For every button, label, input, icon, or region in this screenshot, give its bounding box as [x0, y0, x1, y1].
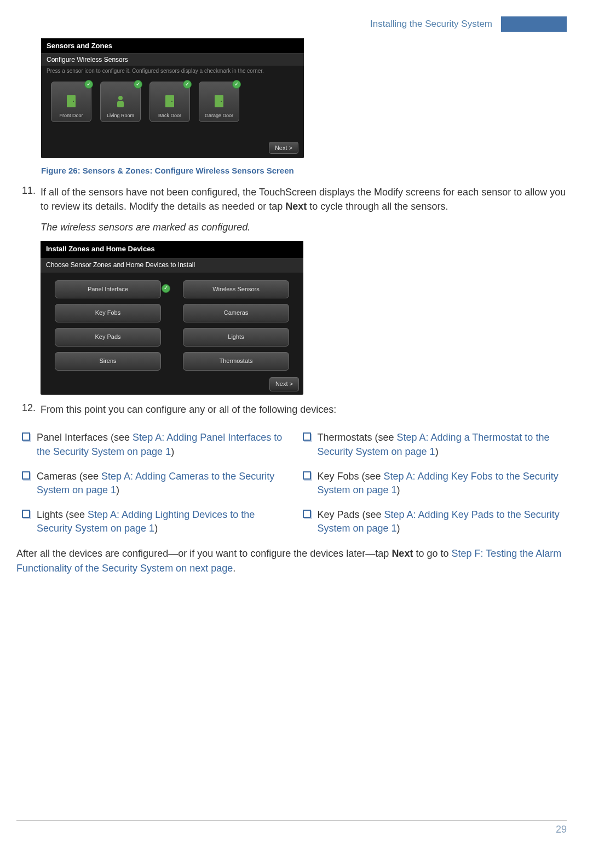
- device-label: Wireless Sensors: [212, 286, 260, 292]
- sensor-front-door[interactable]: ✓ Front Door: [51, 82, 91, 122]
- door-icon: [163, 93, 177, 109]
- sensor-row: ✓ Front Door ✓ Living Room ✓ Back Door ✓…: [51, 82, 294, 122]
- check-tail: ): [397, 523, 400, 534]
- device-wireless-sensors[interactable]: Wireless Sensors: [183, 280, 289, 299]
- check-key-fobs: Key Fobs (see Step A: Adding Key Fobs to…: [303, 470, 567, 497]
- step-number: 12.: [22, 402, 41, 423]
- step-11: 11. If all of the sensors have not been …: [22, 185, 567, 395]
- checkbox-icon: [303, 510, 311, 518]
- next-button[interactable]: Next >: [269, 142, 298, 154]
- device-label: Key Fobs: [95, 309, 120, 316]
- check-key-pads: Key Pads (see Step A: Adding Key Pads to…: [303, 508, 567, 535]
- ss2-title: Install Zones and Home Devices: [41, 241, 303, 258]
- device-cameras[interactable]: Cameras: [183, 304, 289, 322]
- checkbox-icon: [22, 432, 30, 441]
- device-key-pads[interactable]: Key Pads: [55, 328, 161, 347]
- checkbox-icon: [303, 432, 311, 441]
- device-key-fobs[interactable]: Key Fobs: [55, 304, 161, 322]
- checkbox-icon: [22, 510, 30, 518]
- page-header: Installing the Security System: [16, 16, 567, 32]
- figure-caption: Figure 26: Sensors & Zones: Configure Wi…: [41, 166, 567, 175]
- after-c: to go to: [413, 548, 451, 559]
- after-a: After all the devices are configured—or …: [16, 548, 392, 559]
- next-button[interactable]: Next >: [269, 377, 299, 391]
- step-12: 12. From this point you can configure an…: [22, 402, 567, 423]
- checkmark-icon: ✓: [162, 284, 170, 293]
- checkmark-icon: ✓: [84, 80, 93, 89]
- sensor-label: Garage Door: [205, 113, 233, 118]
- step-number: 11.: [22, 185, 41, 395]
- after-d: .: [233, 563, 235, 574]
- checkmark-icon: ✓: [134, 80, 142, 89]
- sensor-back-door[interactable]: ✓ Back Door: [149, 82, 190, 122]
- check-tail: ): [154, 523, 158, 534]
- ss1-help: Press a sensor icon to configure it. Con…: [41, 66, 304, 76]
- sensor-garage-door[interactable]: ✓ Garage Door: [199, 82, 239, 122]
- check-lead: Key Pads (see: [318, 509, 384, 520]
- sensor-living-room[interactable]: ✓ Living Room: [100, 82, 141, 122]
- page-number: 29: [556, 824, 567, 835]
- screenshot-sensors-zones: Sensors and Zones Configure Wireless Sen…: [41, 38, 304, 158]
- page-footer: 29: [16, 820, 567, 835]
- step-11-bold: Next: [285, 201, 307, 212]
- device-label: Key Pads: [95, 333, 120, 340]
- device-panel-interface[interactable]: Panel Interface ✓: [55, 280, 161, 299]
- check-panel-interfaces: Panel Interfaces (see Step A: Adding Pan…: [22, 431, 286, 458]
- check-lead: Cameras (see: [37, 471, 101, 482]
- step-12-text: From this point you can configure any or…: [41, 402, 567, 417]
- device-label: Cameras: [224, 309, 249, 316]
- device-sirens[interactable]: Sirens: [55, 352, 161, 371]
- check-lead: Key Fobs (see: [318, 471, 384, 482]
- ss2-subtitle: Choose Sensor Zones and Home Devices to …: [41, 258, 303, 272]
- checkbox-icon: [303, 471, 311, 480]
- device-label: Sirens: [99, 357, 116, 364]
- check-tail: ): [397, 484, 400, 495]
- sensor-label: Living Room: [107, 113, 134, 118]
- device-checklist: Panel Interfaces (see Step A: Adding Pan…: [22, 431, 567, 535]
- check-lights: Lights (see Step A: Adding Lighting Devi…: [22, 508, 286, 535]
- check-lead: Lights (see: [37, 509, 88, 520]
- checkmark-icon: ✓: [232, 80, 241, 89]
- after-bold: Next: [392, 548, 413, 559]
- check-lead: Panel Interfaces (see: [37, 432, 133, 443]
- device-label: Panel Interface: [88, 286, 128, 292]
- device-label: Lights: [228, 333, 244, 340]
- ss1-title: Sensors and Zones: [41, 38, 304, 53]
- check-cameras: Cameras (see Step A: Adding Cameras to t…: [22, 470, 286, 497]
- door-icon: [64, 93, 78, 109]
- step-11-b: to cycle through all the sensors.: [307, 201, 448, 212]
- checkbox-icon: [22, 471, 30, 480]
- person-icon: [113, 93, 128, 109]
- screenshot-install-zones: Install Zones and Home Devices Choose Se…: [41, 241, 303, 395]
- ss1-subtitle: Configure Wireless Sensors: [41, 53, 304, 66]
- check-tail: ): [435, 446, 439, 457]
- device-label: Thermostats: [219, 357, 252, 364]
- sensor-label: Back Door: [158, 113, 181, 118]
- device-lights[interactable]: Lights: [183, 328, 289, 347]
- door-icon: [212, 93, 226, 109]
- check-thermostats: Thermostats (see Step A: Adding a Thermo…: [303, 431, 567, 458]
- sensor-label: Front Door: [59, 113, 83, 118]
- check-tail: ): [116, 484, 119, 495]
- header-title: Installing the Security System: [370, 16, 501, 30]
- step-11-italic: The wireless sensors are marked as confi…: [41, 220, 567, 234]
- after-note: After all the devices are configured—or …: [16, 546, 567, 575]
- step-11-text: If all of the sensors have not been conf…: [41, 185, 567, 214]
- device-thermostats[interactable]: Thermostats: [183, 352, 289, 371]
- header-tab: [501, 16, 567, 32]
- check-lead: Thermostats (see: [318, 432, 397, 443]
- checkmark-icon: ✓: [183, 80, 192, 89]
- check-tail: ): [171, 446, 174, 457]
